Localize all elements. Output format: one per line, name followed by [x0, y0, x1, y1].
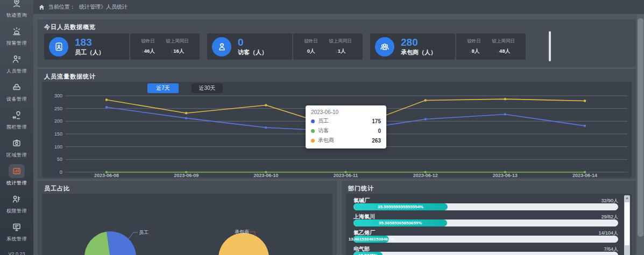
sidebar-item-personnel[interactable]: 人员管理 [0, 49, 33, 77]
chart-tooltip: 2023-06-10 员工 175 访客 0 承包商 263 [306, 105, 386, 148]
sidebar-item-fence[interactable]: 围栏管理 [0, 105, 33, 133]
series-name: 访客 [318, 127, 329, 134]
stat-cards: 183 员工（人） 较昨日 ↓46人 较上周同日 ↓16人 0 访客（人） 较昨… [44, 33, 526, 60]
sidebar-items: 轨迹查询 报警管理 人员管理 设备管理 围栏管理 区域管理 统计管理 权限管理 … [0, 0, 33, 245]
dept-percent: 13.461538461538462% [349, 237, 394, 242]
series-name: 员工 [318, 117, 329, 125]
dept-bar-track: 35.36585365853659% [353, 219, 618, 226]
comparison-label: 较昨日 [304, 38, 318, 45]
svg-text:2023-06-14: 2023-06-14 [572, 173, 597, 178]
series-value: 0 [378, 128, 381, 134]
sidebar-item-trajectory[interactable]: 轨迹查询 [0, 0, 33, 22]
dept-percent: 35.555555555555554% [378, 204, 423, 209]
pie-title: 员工占比 [44, 185, 70, 193]
svg-text:200: 200 [54, 118, 62, 124]
page-scrollbar-thumb[interactable] [638, 18, 643, 237]
comparison-label: 较上周同日 [329, 38, 352, 45]
stat-label: 员工（人） [75, 48, 104, 56]
pie-chart-area: 员工承包商 [42, 194, 332, 255]
decrease-arrow-icon: ↓ [171, 48, 173, 54]
flow-title: 人员流量数据统计 [44, 73, 96, 81]
dept-scrollbar[interactable]: ▲ [624, 195, 630, 255]
comparison: 较上周同日 ↓48人 [492, 38, 515, 55]
breadcrumb-path: 统计管理》人员统计 [79, 3, 128, 11]
page-scrollbar[interactable] [637, 14, 644, 255]
stat-label: 访客（人） [238, 48, 267, 56]
dept-bar-track: 13.461538461538462% [353, 236, 618, 243]
stat-card-main: 0 访客（人） [207, 33, 292, 60]
stat-value: 0 [238, 37, 267, 48]
comparison: 较上周同日 ↓1人 [329, 38, 352, 55]
stat-card-main: 183 员工（人） [44, 33, 129, 60]
decrease-arrow-icon: ↓ [335, 48, 337, 54]
dept-scrollbar-thumb[interactable] [625, 202, 629, 245]
stat-value: 280 [401, 37, 436, 48]
comparison: 较昨日 ↓46人 [141, 38, 155, 55]
pie-label-left: 员工 [139, 230, 148, 235]
tooltip-row: 员工 175 [311, 117, 381, 125]
series-value: 175 [372, 118, 381, 124]
comparison-value: 0人 [304, 48, 318, 55]
pie-label-right: 承包商 [235, 229, 249, 235]
breadcrumb-label: 当前位置： [48, 3, 75, 11]
series-name: 承包商 [318, 137, 334, 144]
dept-bar-fill: 35.36585365853659% [353, 219, 447, 226]
panel-flow-statistics: 人员流量数据统计 近7天 近30天 0501001502002503002023… [38, 69, 636, 179]
comparison: 较上周同日 ↓16人 [166, 38, 189, 55]
dept-row: 氯乙烯厂 14/104人 13.461538461538462% [353, 227, 618, 243]
dept-row: 氯碱厂 32/90人 35.555555555555554% [353, 195, 618, 211]
dept-percent: 10.9375% [358, 253, 378, 255]
stat-card-main: 280 承包商（人） [370, 33, 455, 60]
route-icon [9, 0, 25, 10]
svg-text:0: 0 [60, 169, 62, 175]
sidebar-item-alarm[interactable]: 报警管理 [0, 22, 33, 49]
comparison-label: 较昨日 [467, 38, 481, 45]
decrease-arrow-icon: ↓ [469, 48, 471, 54]
svg-text:2023-06-11: 2023-06-11 [334, 173, 358, 178]
area-icon [9, 136, 25, 150]
dept-row: 电气部 7/64人 10.9375% [353, 243, 618, 255]
stat-card-comparisons: 较昨日 ↓46人 较上周同日 ↓16人 [130, 33, 200, 60]
sidebar-item-system[interactable]: 系统管理 [0, 217, 33, 245]
home-icon [39, 4, 45, 10]
dept-list-area: 氯碱厂 32/90人 35.555555555555554% 上海氯川 29/8… [346, 194, 632, 255]
svg-text:100: 100 [54, 144, 62, 150]
dept-bar-fill: 10.9375% [353, 252, 383, 255]
svg-text:2023-06-08: 2023-06-08 [94, 173, 119, 178]
dept-percent: 35.36585365853659% [379, 221, 422, 225]
comparison-value: ↓16人 [166, 48, 189, 55]
sidebar-item-stats[interactable]: 统计管理 [0, 161, 33, 189]
tab-last-30-days[interactable]: 近30天 [192, 83, 223, 93]
sidebar-item-area[interactable]: 区域管理 [0, 133, 33, 161]
dept-title: 部门统计 [348, 185, 374, 193]
comparison-label: 较上周同日 [166, 38, 189, 45]
comparison-label: 较上周同日 [492, 38, 515, 45]
personnel-icon [9, 52, 25, 66]
scroll-up-icon[interactable]: ▲ [624, 196, 630, 200]
series-dot [311, 139, 315, 143]
comparison: 较昨日 ↓8人 [467, 38, 481, 55]
dept-row: 上海氯川 29/82人 35.36585365853659% [353, 211, 618, 227]
app-version: V2.0.23 [0, 251, 33, 255]
tooltip-row: 承包商 263 [311, 137, 381, 144]
device-icon [9, 80, 25, 94]
stat-card-employee: 183 员工（人） 较昨日 ↓46人 较上周同日 ↓16人 [44, 33, 200, 60]
panel-employee-ratio: 员工占比 员工承包商 [38, 181, 337, 255]
badge-icon [49, 37, 68, 56]
svg-text:2023-06-09: 2023-06-09 [174, 173, 199, 178]
tooltip-date: 2023-06-10 [311, 109, 381, 115]
sidebar-item-permission[interactable]: 权限管理 [0, 189, 33, 217]
svg-text:2023-06-12: 2023-06-12 [413, 173, 438, 178]
overview-title: 今日人员数据概览 [44, 23, 96, 31]
stat-card-visitor: 0 访客（人） 较昨日 0人 较上周同日 ↓1人 [207, 33, 363, 60]
comparison-value: ↓46人 [141, 48, 155, 55]
sidebar-item-device[interactable]: 设备管理 [0, 77, 33, 105]
overview-scrollbar-thumb[interactable] [549, 31, 551, 61]
tab-last-7-days[interactable]: 近7天 [147, 83, 179, 93]
series-dot [311, 129, 315, 133]
stat-card-contractor: 280 承包商（人） 较昨日 ↓8人 较上周同日 ↓48人 [370, 33, 526, 60]
visitor-icon [212, 37, 231, 56]
stats-icon [9, 164, 25, 178]
stat-label: 承包商（人） [401, 48, 436, 56]
fence-icon [9, 108, 25, 122]
